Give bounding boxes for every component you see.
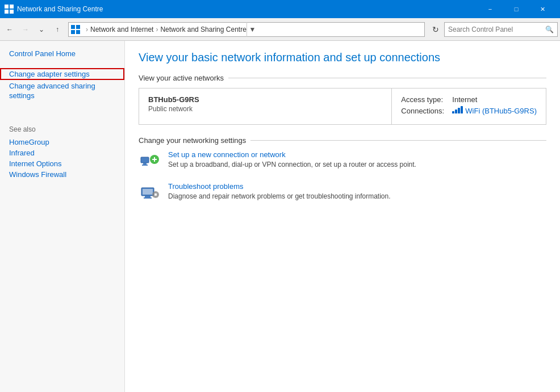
svg-rect-19: [154, 193, 157, 196]
access-type-value: Internet: [452, 95, 477, 104]
svg-rect-1: [10, 5, 14, 9]
wifi-bar-2: [455, 109, 457, 113]
svg-rect-7: [76, 30, 80, 34]
access-type-label: Access type:: [401, 95, 452, 104]
section-divider: [228, 78, 546, 78]
change-advanced-sharing-link[interactable]: Change advanced sharing settings: [0, 80, 124, 103]
search-icon[interactable]: 🔍: [545, 26, 554, 33]
wifi-bar-4: [461, 106, 463, 113]
change-network-header: Change your networking settings: [139, 136, 546, 145]
search-input[interactable]: [448, 26, 545, 33]
setting-item-1: Set up a new connection or network Set u…: [139, 150, 546, 173]
infrared-link[interactable]: Infrared: [9, 147, 115, 158]
sidebar: Control Panel Home Change adapter settin…: [0, 41, 125, 392]
troubleshoot-icon: [139, 182, 161, 205]
windows-firewall-link[interactable]: Windows Firewall: [9, 169, 115, 180]
connections-row: Connections: WiFi (BTHub5-G9RS): [401, 106, 537, 115]
wifi-bar-3: [458, 108, 460, 113]
svg-rect-0: [5, 5, 9, 9]
new-connection-link[interactable]: Set up a new connection or network: [168, 150, 416, 159]
close-button[interactable]: ✕: [529, 0, 555, 18]
network-type: Public network: [148, 105, 382, 113]
setting-item-2: Troubleshoot problems Diagnose and repai…: [139, 182, 546, 205]
setting-text-1: Set up a new connection or network Set u…: [168, 150, 416, 168]
search-box[interactable]: 🔍: [444, 22, 558, 37]
wifi-bar-1: [452, 111, 454, 113]
address-dropdown-button[interactable]: ▼: [246, 22, 258, 37]
back-button[interactable]: ←: [2, 22, 17, 37]
breadcrumb-current[interactable]: Network and Sharing Centre: [160, 26, 246, 33]
svg-rect-2: [5, 10, 9, 14]
svg-rect-8: [141, 157, 149, 163]
troubleshoot-icon-svg: [140, 183, 160, 204]
breadcrumb-separator-1: ›: [86, 26, 88, 33]
up-dropdown-button[interactable]: ⌄: [34, 22, 49, 37]
section-divider-2: [250, 140, 546, 141]
see-also-title: See also: [9, 125, 115, 133]
active-networks-title: View your active networks: [139, 74, 224, 82]
page-title: View your basic network information and …: [139, 50, 546, 65]
svg-rect-10: [142, 165, 148, 166]
content-area: View your basic network information and …: [125, 41, 560, 392]
active-networks-header: View your active networks: [139, 74, 546, 82]
maximize-button[interactable]: □: [503, 0, 529, 18]
new-connection-icon: [139, 150, 161, 173]
connections-label: Connections:: [401, 107, 452, 115]
connection-icon-svg: [140, 151, 160, 172]
svg-rect-15: [145, 196, 151, 197]
app-icon: [5, 5, 14, 14]
window-controls: − □ ✕: [477, 0, 555, 18]
network-left: BTHub5-G9RS Public network: [139, 88, 392, 124]
wifi-icon: [452, 106, 465, 115]
new-connection-desc: Set up a broadband, dial-up or VPN conne…: [168, 161, 416, 168]
svg-rect-3: [10, 10, 14, 14]
troubleshoot-link[interactable]: Troubleshoot problems: [168, 182, 391, 191]
access-type-row: Access type: Internet: [401, 95, 537, 104]
wifi-link[interactable]: WiFi (BTHub5-G9RS): [465, 107, 537, 115]
svg-rect-17: [143, 189, 153, 195]
setting-text-2: Troubleshoot problems Diagnose and repai…: [168, 182, 391, 200]
up-button[interactable]: ↑: [50, 22, 65, 37]
svg-rect-9: [143, 163, 147, 165]
breadcrumb-separator-2: ›: [156, 26, 158, 33]
network-right: Access type: Internet Connections: WiFi …: [392, 88, 546, 124]
internet-options-link[interactable]: Internet Options: [9, 158, 115, 169]
minimize-button[interactable]: −: [477, 0, 503, 18]
homegroup-link[interactable]: HomeGroup: [9, 137, 115, 147]
breadcrumb-network-internet[interactable]: Network and Internet: [90, 26, 153, 33]
window-title: Network and Sharing Centre: [17, 5, 477, 13]
svg-rect-16: [144, 197, 152, 199]
svg-rect-4: [71, 25, 75, 29]
wifi-bars: [452, 106, 463, 113]
address-bar: ← → ⌄ ↑ › Network and Internet › Network…: [0, 18, 560, 41]
address-path[interactable]: › Network and Internet › Network and Sha…: [68, 22, 425, 37]
forward-button[interactable]: →: [18, 22, 33, 37]
svg-rect-5: [76, 25, 80, 29]
change-adapter-settings-link[interactable]: Change adapter settings: [0, 68, 124, 80]
troubleshoot-desc: Diagnose and repair network problems or …: [168, 192, 391, 200]
path-icon: [71, 25, 80, 34]
networking-settings-section: Change your networking settings: [139, 136, 546, 205]
change-network-title: Change your networking settings: [139, 136, 246, 145]
svg-rect-13: [154, 157, 155, 162]
svg-rect-6: [71, 30, 75, 34]
active-networks-box: BTHub5-G9RS Public network Access type: …: [139, 88, 546, 125]
refresh-button[interactable]: ↻: [428, 22, 443, 37]
network-name: BTHub5-G9RS: [148, 95, 382, 104]
main-layout: Control Panel Home Change adapter settin…: [0, 41, 560, 392]
see-also-section: See also HomeGroup Infrared Internet Opt…: [0, 125, 124, 180]
control-panel-home-link[interactable]: Control Panel Home: [0, 48, 124, 60]
title-bar: Network and Sharing Centre − □ ✕: [0, 0, 560, 18]
